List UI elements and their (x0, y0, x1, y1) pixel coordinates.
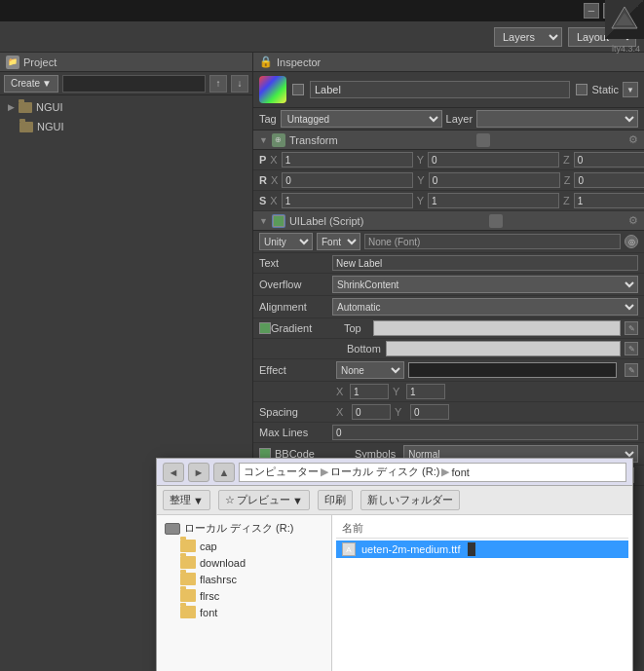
fe-addr-part3[interactable]: font (451, 466, 469, 478)
project-search-input[interactable] (62, 75, 206, 93)
transform-icon: ⊕ (272, 133, 285, 147)
create-button[interactable]: Create ▼ (4, 75, 58, 93)
gradient-bottom-swatch[interactable] (386, 341, 621, 356)
gradient-label: Gradient (271, 322, 344, 334)
maxlines-input[interactable] (332, 425, 638, 440)
fe-addr-part2[interactable]: ローカル ディスク (R:) (330, 465, 439, 479)
sx-label: X (270, 195, 277, 206)
text-label: Text (259, 257, 332, 269)
project-icon: 📁 (6, 56, 19, 69)
object-icon (259, 76, 286, 103)
spacing-label: Spacing (259, 406, 332, 418)
fe-folder-cap-icon (180, 540, 196, 552)
fe-tree-flashrsc[interactable]: flashrsc (161, 571, 327, 587)
static-checkbox[interactable] (576, 84, 587, 95)
uilabel-checkbox[interactable] (273, 215, 284, 227)
sz-label: Z (563, 195, 570, 206)
rx-label: X (271, 174, 278, 186)
fe-file-item[interactable]: A ueten-2m-medium.ttf (336, 541, 628, 558)
effect-x-input[interactable] (350, 384, 389, 399)
fe-forward-button[interactable]: ► (188, 463, 209, 482)
fe-tree-download[interactable]: download (161, 554, 327, 571)
object-active-checkbox[interactable] (292, 84, 304, 95)
pz-label: Z (563, 154, 570, 166)
ry-label: Y (417, 174, 424, 186)
fe-back-button[interactable]: ◄ (163, 463, 184, 482)
overflow-label: Overflow (259, 279, 332, 290)
gradient-bottom-edit[interactable]: ✎ (625, 342, 638, 355)
gradient-top-edit[interactable]: ✎ (625, 321, 638, 335)
static-label: Static (591, 84, 619, 95)
effect-y-input[interactable] (406, 384, 445, 399)
sy-label: Y (417, 195, 424, 206)
ry-input[interactable] (429, 172, 560, 188)
overflow-select[interactable]: ShrinkContent (332, 276, 638, 293)
effect-color-edit[interactable]: ✎ (625, 363, 638, 377)
rz-input[interactable] (574, 172, 644, 188)
sz-input[interactable] (574, 193, 644, 208)
py-input[interactable] (428, 152, 559, 168)
uilabel-section-header[interactable]: ▼ UILabel (Script) ⚙ (253, 211, 644, 231)
rx-input[interactable] (282, 172, 413, 188)
static-dropdown[interactable]: ▼ (623, 82, 638, 97)
transform-section-header[interactable]: ▼ ⊕ Transform ⚙ (253, 130, 644, 150)
fe-folder-font-label: font (200, 607, 217, 618)
fe-tree-cap[interactable]: cap (161, 538, 327, 554)
fe-folder-flashrsc-icon (180, 573, 196, 585)
font-preset-select[interactable]: Unity (259, 233, 313, 250)
fe-folder-download-label: download (200, 557, 246, 569)
font-object-picker[interactable]: ◎ (625, 235, 638, 248)
folder-icon-ngui (19, 122, 33, 132)
tree-item-ngui[interactable]: ▶ NGUI (4, 99, 248, 115)
fe-tree-flrsc[interactable]: flrsc (161, 587, 327, 604)
fe-preview-btn[interactable]: ☆ プレビュー ▼ (218, 490, 310, 510)
minimize-button[interactable]: ─ (584, 3, 599, 19)
gradient-top-swatch[interactable] (373, 320, 621, 336)
effect-color-swatch[interactable] (408, 362, 617, 378)
fe-up-button[interactable]: ▲ (213, 463, 235, 482)
fe-newfolder-btn[interactable]: 新しいフォルダー (360, 490, 460, 510)
spacing-x-label: X (336, 406, 348, 418)
sx-input[interactable] (282, 193, 413, 208)
font-object-field[interactable] (364, 234, 621, 249)
text-value-input[interactable] (332, 255, 638, 271)
uilabel-settings-icon[interactable] (489, 214, 503, 228)
font-type-select[interactable]: Font (317, 233, 360, 250)
uilabel-gear-icon[interactable]: ⚙ (628, 214, 638, 227)
transform-gear-icon[interactable]: ⚙ (628, 133, 638, 146)
project-icon-btn2[interactable]: ↓ (231, 75, 248, 93)
tree-item-ngui-label[interactable]: NGUI (16, 119, 252, 134)
pz-input[interactable] (574, 152, 644, 168)
fe-col-header: 名前 (336, 519, 628, 539)
spacing-x-input[interactable] (352, 404, 391, 420)
inspector-lock-icon: 🔒 (259, 56, 273, 68)
px-input[interactable] (282, 152, 413, 168)
px-label: X (270, 154, 277, 166)
layers-select[interactable]: Layers (494, 27, 562, 47)
transform-arrow: ▼ (259, 135, 268, 145)
layer-label: Layer (446, 113, 474, 125)
sy-input[interactable] (428, 193, 559, 208)
fe-organize-btn[interactable]: 整理 ▼ (163, 490, 210, 510)
ngui-text: NGUI (37, 121, 64, 132)
fe-left-panel: ローカル ディスク (R:) cap download flashrsc flr… (157, 515, 332, 671)
fe-tree-hdd[interactable]: ローカル ディスク (R:) (161, 519, 327, 538)
fe-tree-font[interactable]: font (161, 604, 327, 620)
fe-print-btn[interactable]: 印刷 (318, 490, 353, 510)
tag-select[interactable]: Untagged (281, 110, 442, 128)
spacing-y-input[interactable] (410, 404, 449, 420)
project-icon-btn1[interactable]: ↑ (209, 75, 227, 93)
fe-hdd-icon (165, 523, 180, 535)
fe-addr-part1[interactable]: コンピューター (244, 465, 319, 479)
folder-icon (19, 102, 32, 113)
spacing-row: Spacing X Y (253, 402, 644, 423)
effect-select[interactable]: None (336, 361, 404, 379)
transform-r-row: R X Y Z (253, 170, 644, 191)
layer-select[interactable] (476, 110, 638, 128)
font-row: Unity Font ◎ (253, 231, 644, 253)
alignment-select[interactable]: Automatic (332, 298, 638, 316)
gradient-checkbox[interactable] (259, 322, 271, 334)
uilabel-title: UILabel (Script) (289, 215, 363, 227)
object-name-input[interactable] (310, 81, 570, 98)
transform-settings-icon[interactable] (476, 133, 490, 147)
